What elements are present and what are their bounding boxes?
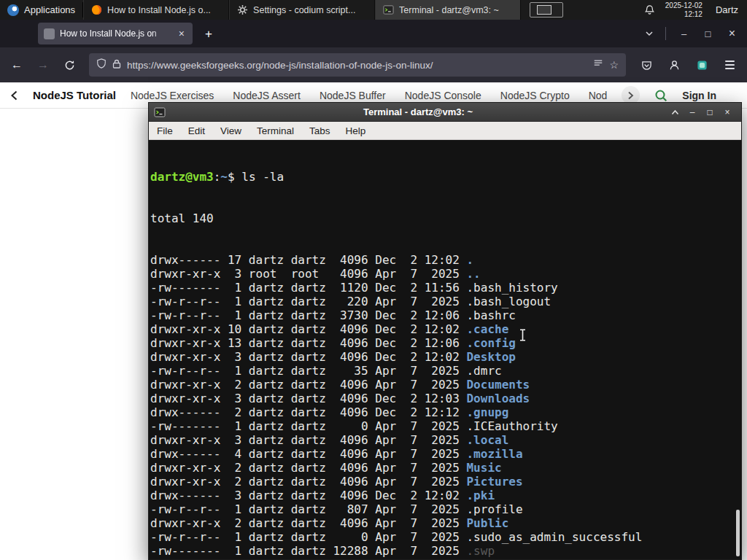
- url-text: https://www.geeksforgeeks.org/node-js/in…: [127, 60, 587, 71]
- file-name: .profile: [466, 502, 522, 516]
- file-meta: drwxr-xr-x 3 dartz dartz 4096 Dec 2 12:0…: [150, 392, 466, 405]
- terminal-scrollbar-thumb[interactable]: [736, 510, 740, 556]
- user-menu[interactable]: Dartz: [713, 4, 741, 15]
- reload-button[interactable]: [58, 60, 80, 71]
- url-bar[interactable]: https://www.geeksforgeeks.org/node-js/in…: [89, 53, 626, 77]
- file-name: Templates: [466, 558, 530, 559]
- prompt-cwd: ~: [220, 170, 228, 184]
- taskbar-buttons: How to Install Node.js o...Settings - co…: [83, 0, 521, 20]
- terminal-line: drwxr-xr-x 2 dartz dartz 4096 Apr 7 2025…: [150, 378, 741, 392]
- window-maximize-button[interactable]: □: [696, 25, 720, 43]
- site-nav-item[interactable]: NodeJS Buffer: [320, 90, 386, 101]
- terminal-output[interactable]: dartz@vm3:~$ ls -la total 140 drwx------…: [149, 140, 741, 559]
- terminal-line: drwx------ 3 dartz dartz 4096 Dec 2 12:0…: [150, 489, 741, 502]
- prompt-user-host: dartz@vm3: [150, 170, 214, 184]
- tracking-protection-shield-icon[interactable]: [96, 58, 107, 71]
- terminal-line: -rw-r--r-- 1 dartz dartz 3730 Dec 2 12:0…: [150, 308, 741, 322]
- desktop-screen: Applications How to Install Node.js o...…: [0, 0, 747, 560]
- file-meta: drwxr-xr-x 2 dartz dartz 4096 Apr 7 2025: [150, 461, 466, 475]
- terminal-line: -rw------- 1 dartz dartz 1120 Dec 2 11:5…: [150, 281, 741, 295]
- file-name: .sudo_as_admin_successful: [466, 530, 642, 544]
- forward-button[interactable]: →: [32, 58, 54, 71]
- terminal-menubar: FileEditViewTerminalTabsHelp: [149, 122, 741, 140]
- file-meta: -rw-r--r-- 1 dartz dartz 220 Apr 7 2025: [150, 295, 466, 308]
- browser-tab[interactable]: How to Install Node.js on ×: [38, 23, 193, 44]
- firefox-icon: [90, 4, 102, 16]
- site-nav-item[interactable]: NodeJS DNS: [589, 90, 608, 101]
- applications-menu-button[interactable]: Applications: [0, 0, 82, 20]
- site-nav-item[interactable]: NodeJS Exercises: [131, 90, 214, 101]
- file-meta: drwxr-xr-x 13 dartz dartz 4096 Dec 2 12:…: [150, 336, 466, 350]
- menu-edit[interactable]: Edit: [188, 125, 205, 136]
- terminal-line: drwxr-xr-x 2 dartz dartz 4096 Apr 7 2025…: [150, 475, 741, 489]
- sign-in-button[interactable]: Sign In: [682, 90, 737, 101]
- menu-terminal[interactable]: Terminal: [257, 125, 294, 136]
- file-meta: drwxr-xr-x 2 dartz dartz 4096 Apr 7 2025: [150, 378, 466, 392]
- site-nav-items: NodeJS ExercisesNodeJS AssertNodeJS Buff…: [131, 90, 607, 101]
- menu-icon[interactable]: [718, 61, 741, 69]
- site-nav-item[interactable]: NodeJS Crypto: [500, 90, 570, 101]
- terminal-titlebar[interactable]: Terminal - dartz@vm3: ~ – □ ×: [149, 103, 741, 122]
- terminal-line: -rw------- 1 dartz dartz 12288 Apr 7 202…: [150, 544, 741, 558]
- site-nav-item[interactable]: NodeJS Console: [405, 90, 481, 101]
- menu-help[interactable]: Help: [346, 125, 366, 136]
- extension-icon[interactable]: [690, 60, 713, 71]
- terminal-line: drwxr-xr-x 2 dartz dartz 4096 Apr 7 2025…: [150, 461, 741, 475]
- top-panel: Applications How to Install Node.js o...…: [0, 0, 747, 20]
- taskbar-button[interactable]: How to Install Node.js o...: [83, 0, 229, 20]
- site-nav-item-active[interactable]: NodeJS Tutorial: [33, 89, 116, 101]
- menu-file[interactable]: File: [157, 125, 173, 136]
- lock-icon[interactable]: [112, 58, 121, 71]
- notification-bell-icon[interactable]: [644, 4, 655, 15]
- clock[interactable]: 2025-12-02 12:12: [665, 1, 703, 18]
- terminal-line: drwxr-xr-x 10 dartz dartz 4096 Dec 2 12:…: [150, 322, 741, 336]
- tab-close-icon[interactable]: ×: [177, 28, 187, 39]
- terminal-total-line: total 140: [150, 211, 741, 225]
- taskbar-button[interactable]: Settings - codium script...: [229, 0, 375, 20]
- nav-scroll-left-icon[interactable]: [10, 90, 18, 101]
- workspace-window-thumb: [537, 5, 551, 15]
- applications-icon: [7, 4, 19, 16]
- workspace-switcher[interactable]: [530, 2, 563, 18]
- taskbar-button-title: Terminal - dartz@vm3: ~: [399, 5, 499, 15]
- search-icon[interactable]: [654, 89, 667, 102]
- file-meta: drwxr-xr-x 2 dartz dartz 4096 Apr 7 2025: [150, 558, 466, 559]
- minimize-window-icon[interactable]: –: [684, 108, 701, 117]
- pocket-icon[interactable]: [635, 60, 658, 71]
- window-minimize-button[interactable]: –: [672, 25, 696, 43]
- tab-bar: How to Install Node.js on × + – □ ×: [0, 20, 747, 47]
- bookmark-star-icon[interactable]: ☆: [609, 59, 619, 71]
- file-name: .mozilla: [466, 447, 522, 461]
- terminal-line: -rw-r--r-- 1 dartz dartz 220 Apr 7 2025 …: [150, 295, 741, 308]
- menu-view[interactable]: View: [220, 125, 241, 136]
- applications-label: Applications: [24, 4, 75, 15]
- terminal-line: drwxr-xr-x 3 dartz dartz 4096 Apr 7 2025…: [150, 433, 741, 447]
- terminal-line: drwxr-xr-x 2 dartz dartz 4096 Apr 7 2025…: [150, 558, 741, 559]
- taskbar-button[interactable]: Terminal - dartz@vm3: ~: [375, 0, 521, 20]
- list-all-tabs-icon[interactable]: [639, 25, 659, 42]
- terminal-listing: drwx------ 17 dartz dartz 4096 Dec 2 12:…: [150, 253, 741, 559]
- file-name: Public: [466, 516, 508, 530]
- menu-tabs[interactable]: Tabs: [309, 125, 330, 136]
- new-tab-button[interactable]: +: [200, 26, 217, 42]
- command-text: ls -la: [241, 170, 284, 184]
- terminal-line: -rw-r--r-- 1 dartz dartz 807 Apr 7 2025 …: [150, 502, 741, 516]
- reader-view-icon[interactable]: [593, 58, 603, 71]
- file-meta: drwx------ 3 dartz dartz 4096 Dec 2 12:0…: [150, 489, 466, 502]
- prompt-symbol: $: [228, 170, 241, 184]
- account-icon[interactable]: [662, 60, 686, 71]
- terminal-line: drwxr-xr-x 3 root root 4096 Apr 7 2025 .…: [150, 267, 741, 281]
- close-window-icon[interactable]: ×: [719, 108, 736, 117]
- clock-date: 2025-12-02: [665, 1, 703, 10]
- terminal-app-icon: [154, 106, 166, 118]
- file-name: .bash_history: [466, 281, 557, 295]
- text-cursor: [462, 315, 527, 358]
- shade-window-icon[interactable]: [666, 109, 684, 115]
- window-close-button[interactable]: ×: [720, 23, 744, 44]
- maximize-window-icon[interactable]: □: [701, 108, 719, 117]
- file-meta: drwxr-xr-x 3 dartz dartz 4096 Apr 7 2025: [150, 433, 466, 447]
- site-nav-item[interactable]: NodeJS Assert: [233, 90, 301, 101]
- back-button[interactable]: ←: [6, 58, 28, 71]
- file-meta: drwxr-xr-x 3 dartz dartz 4096 Dec 2 12:0…: [150, 350, 466, 364]
- settings-icon: [236, 4, 248, 16]
